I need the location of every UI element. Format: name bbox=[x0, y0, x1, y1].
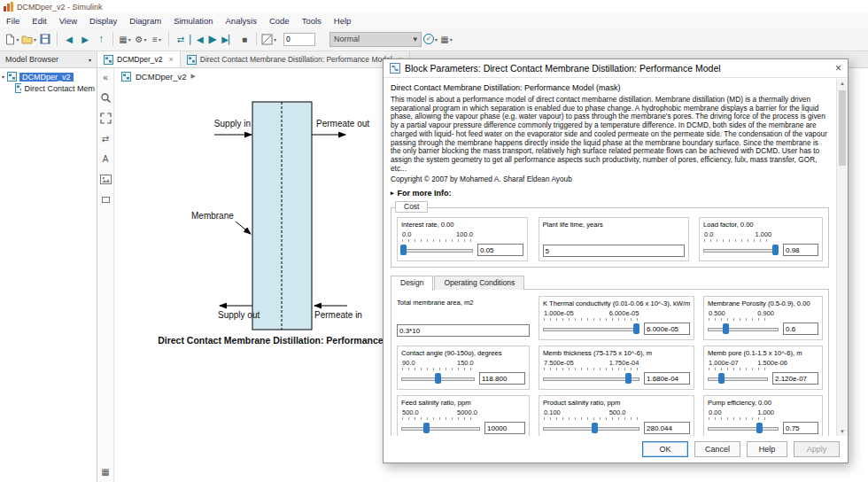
product-salinity-slider[interactable] bbox=[543, 423, 639, 434]
memb-thickness-slider[interactable] bbox=[543, 373, 639, 385]
slider-thumb[interactable] bbox=[592, 423, 598, 433]
pan-icon[interactable]: ⇄ bbox=[99, 132, 112, 144]
menu-help[interactable]: Help bbox=[328, 16, 358, 26]
menu-edit[interactable]: Edit bbox=[26, 16, 52, 26]
plant-life-value-input[interactable] bbox=[543, 245, 685, 257]
pump-efficiency-value-input[interactable] bbox=[783, 422, 818, 434]
viewmarks-icon[interactable]: ▦ bbox=[99, 465, 112, 478]
slider-min-label: 0.0 bbox=[402, 230, 411, 238]
up-to-parent-button[interactable]: ↑ bbox=[94, 31, 108, 47]
model-browser-header[interactable]: Model Browser ▾ bbox=[0, 51, 97, 67]
fit-to-view-icon[interactable] bbox=[99, 112, 112, 124]
slider-thumb[interactable] bbox=[723, 323, 729, 334]
stop-button[interactable]: ■ bbox=[237, 31, 252, 47]
menu-tools[interactable]: Tools bbox=[296, 16, 328, 26]
slider-thumb[interactable] bbox=[772, 245, 779, 255]
sample-time-button[interactable]: ▾ bbox=[261, 31, 276, 47]
slider-thumb[interactable] bbox=[423, 423, 430, 433]
load-factor-value-input[interactable] bbox=[783, 244, 818, 256]
scrollbar-thumb[interactable] bbox=[839, 90, 846, 166]
slider-thumb[interactable] bbox=[435, 373, 441, 384]
step-forward-button[interactable]: ▶▏ bbox=[221, 31, 236, 47]
image-icon[interactable] bbox=[99, 173, 112, 185]
save-button[interactable] bbox=[38, 31, 52, 47]
simulation-mode-select[interactable]: Normal ▾ bbox=[329, 32, 422, 47]
check-circle-icon: ✓ bbox=[423, 34, 434, 44]
slider-ticks bbox=[544, 318, 639, 321]
scroll-down-icon[interactable]: ▼ bbox=[837, 429, 848, 434]
tree-item-child[interactable]: Direct Contact Mem bbox=[0, 82, 97, 94]
run-button[interactable]: ▶ bbox=[205, 31, 220, 47]
help-button[interactable]: Help bbox=[747, 441, 787, 457]
cancel-button[interactable]: Cancel bbox=[694, 441, 740, 457]
library-browser-button[interactable]: ▦▾ bbox=[118, 31, 132, 47]
tree-item-root[interactable]: ▾ DCMDper_v2 bbox=[0, 71, 97, 82]
slider-thumb[interactable] bbox=[400, 245, 407, 255]
porosity-value-input[interactable] bbox=[783, 323, 818, 335]
tab-dcmdper-v2[interactable]: DCMDper_v2 × bbox=[97, 51, 181, 67]
menu-code[interactable]: Code bbox=[263, 16, 296, 26]
scroll-up-icon[interactable]: ▲ bbox=[837, 81, 848, 86]
slider-min-label: 0.00 bbox=[709, 408, 722, 416]
slider-thumb[interactable] bbox=[633, 323, 639, 334]
forward-button[interactable]: ▶ bbox=[78, 31, 92, 47]
total-area-value-input[interactable] bbox=[397, 324, 530, 337]
k-thermal-value-input[interactable] bbox=[644, 323, 690, 335]
slider-ticks bbox=[544, 368, 639, 370]
model-menu-button[interactable]: ≡▾ bbox=[150, 31, 164, 47]
zoom-icon[interactable] bbox=[99, 91, 112, 104]
new-model-button[interactable]: ▾ bbox=[5, 31, 19, 47]
collapse-panel-icon[interactable]: « bbox=[99, 71, 112, 83]
menu-diagram[interactable]: Diagram bbox=[123, 16, 167, 26]
menu-analysis[interactable]: Analysis bbox=[220, 16, 263, 26]
k-thermal-slider[interactable] bbox=[543, 323, 639, 335]
slider-ticks bbox=[402, 239, 472, 242]
annotation-icon[interactable]: A bbox=[99, 152, 112, 165]
menu-view[interactable]: View bbox=[53, 16, 83, 26]
menu-simulation[interactable]: Simulation bbox=[167, 16, 219, 26]
build-button[interactable]: ▦▾ bbox=[439, 31, 453, 47]
ok-button[interactable]: OK bbox=[642, 441, 688, 457]
refresh-blocks-button[interactable]: ⇄ bbox=[174, 31, 188, 47]
area-box-icon[interactable] bbox=[99, 193, 112, 206]
dialog-title-bar[interactable]: Block Parameters: Direct Contact Membran… bbox=[384, 59, 848, 78]
product-salinity-value-input[interactable] bbox=[644, 422, 690, 434]
param-total-area: Total membrane area, m2 bbox=[397, 296, 530, 340]
simulation-time-input[interactable] bbox=[283, 33, 315, 46]
chevron-down-icon: ▾ bbox=[16, 36, 19, 43]
load-factor-slider[interactable] bbox=[703, 245, 779, 256]
memb-pore-slider[interactable] bbox=[708, 373, 768, 385]
chevron-down-icon: ▾ bbox=[159, 36, 161, 43]
step-back-button[interactable]: ▏◀ bbox=[190, 31, 204, 47]
memb-thickness-value-input[interactable] bbox=[644, 372, 690, 385]
contact-angle-value-input[interactable] bbox=[479, 372, 525, 385]
slider-thumb[interactable] bbox=[756, 423, 763, 433]
interest-rate-value-input[interactable] bbox=[477, 244, 523, 256]
more-info-toggle[interactable]: ▸ For more Info: bbox=[391, 189, 829, 198]
menu-display[interactable]: Display bbox=[83, 16, 123, 26]
close-icon[interactable]: × bbox=[835, 62, 841, 74]
model-settings-button[interactable]: ⚙▾ bbox=[134, 31, 148, 47]
breadcrumb-item[interactable]: DCMDper_v2 bbox=[136, 72, 187, 82]
pump-efficiency-slider[interactable] bbox=[708, 423, 779, 434]
back-button[interactable]: ◀ bbox=[62, 31, 76, 47]
contact-angle-slider[interactable] bbox=[401, 373, 475, 385]
tab-performance-model[interactable]: Direct Contact Membrane Distillation: Pe… bbox=[181, 51, 410, 67]
memb-pore-value-input[interactable] bbox=[772, 372, 818, 385]
close-icon[interactable]: × bbox=[169, 55, 174, 64]
open-button[interactable]: ▾ bbox=[21, 31, 36, 47]
slider-thumb[interactable] bbox=[718, 373, 725, 384]
feed-salinity-value-input[interactable] bbox=[484, 422, 525, 434]
slider-thumb[interactable] bbox=[625, 373, 632, 384]
tab-operating-conditions[interactable]: Operating Conditions bbox=[434, 276, 524, 290]
cost-group-label[interactable]: Cost bbox=[395, 201, 428, 213]
porosity-slider[interactable] bbox=[708, 323, 779, 335]
stop-icon: ■ bbox=[242, 35, 247, 44]
dialog-scrollbar[interactable]: ▲ ▼ bbox=[836, 79, 848, 436]
membrane-block[interactable] bbox=[252, 102, 312, 330]
tab-design[interactable]: Design bbox=[391, 276, 433, 291]
model-advisor-button[interactable]: ✓▾ bbox=[423, 31, 438, 47]
interest-rate-slider[interactable] bbox=[401, 245, 473, 256]
menu-file[interactable]: File bbox=[0, 16, 26, 26]
feed-salinity-slider[interactable] bbox=[401, 423, 480, 434]
